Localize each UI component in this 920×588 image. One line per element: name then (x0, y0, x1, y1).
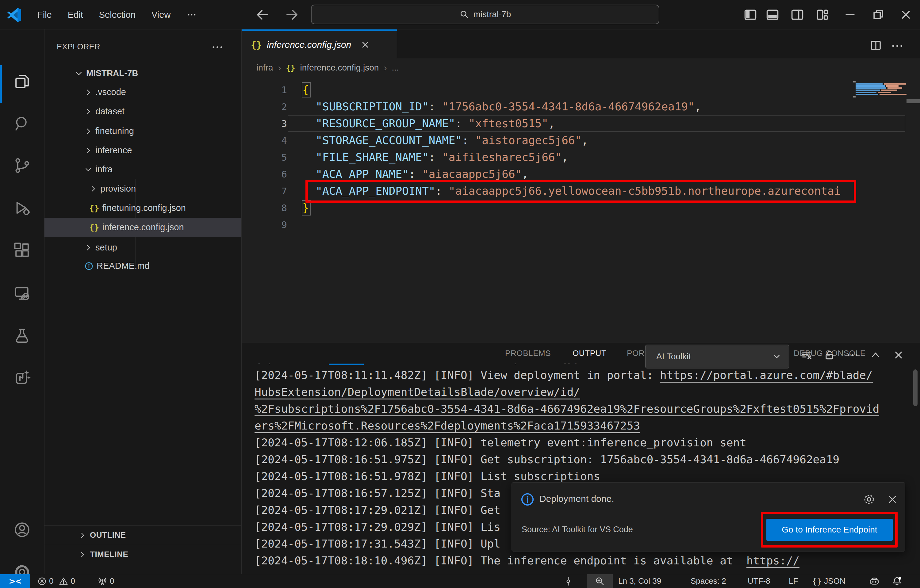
testing-icon[interactable] (13, 327, 31, 344)
remote-explorer-icon[interactable] (13, 285, 31, 302)
panel-more-actions-button[interactable] (845, 346, 860, 364)
log-line: [2024-05-17T08:17:31.543Z] [INFO] Upl (254, 535, 500, 552)
customize-layout-button[interactable] (811, 0, 834, 29)
indentation-status[interactable]: Spaces: 2 (691, 574, 726, 588)
tree-item-setup[interactable]: setup (44, 238, 241, 257)
encoding-status[interactable]: UTF-8 (748, 574, 770, 588)
commit-status-icon[interactable] (563, 574, 573, 588)
code-line-current[interactable]: 3 "RESOURCE_GROUP_NAME": "xftest0515", (242, 115, 555, 132)
tree-item-dataset[interactable]: dataset (44, 102, 241, 121)
code-line[interactable]: 1{ (242, 81, 309, 98)
close-window-button[interactable] (895, 0, 917, 29)
chevron-right-icon (89, 185, 97, 193)
clear-output-button[interactable] (799, 346, 814, 364)
close-tab-icon[interactable] (360, 40, 370, 50)
tab-inference-config[interactable]: {} inference.config.json (242, 29, 397, 59)
more-menus-button[interactable] (178, 10, 205, 20)
menu-edit[interactable]: Edit (60, 10, 91, 20)
tree-item-vscode[interactable]: .vscode (44, 82, 241, 102)
code-line[interactable]: 8} (242, 199, 309, 216)
log-link[interactable]: https:// (747, 554, 800, 568)
log-link[interactable]: ers%2FMicrosoft.Resources%2Fdeployments%… (254, 419, 640, 433)
tree-root-mistral-7b[interactable]: MISTRAL-7B (44, 63, 241, 83)
menu-view[interactable]: View (144, 10, 178, 20)
notifications-bell-icon[interactable] (891, 574, 903, 588)
notification-settings-gear-icon[interactable] (863, 493, 876, 506)
remote-indicator[interactable]: >< (0, 574, 30, 588)
code-line[interactable]: 9 (242, 216, 287, 233)
editor-more-actions-button[interactable] (891, 42, 904, 50)
language-mode[interactable]: {}JSON (812, 574, 845, 588)
breadcrumb: infra › {} inference.config.json › ... (242, 59, 920, 77)
output-channel-select[interactable]: AI Toolkit (645, 344, 789, 368)
restore-button[interactable] (867, 0, 889, 29)
search-view-icon[interactable] (13, 115, 31, 132)
layout-sidebar-toggle[interactable] (739, 0, 761, 29)
timeline-section-header[interactable]: TIMELINE (44, 545, 241, 564)
log-link[interactable]: %2Fsubscriptions%2F1756abc0-3554-4341-8d… (254, 402, 879, 416)
problems-status[interactable]: 0 0 (37, 574, 75, 588)
notification-close-icon[interactable] (887, 494, 898, 505)
chevron-right-icon (84, 108, 92, 116)
explorer-icon[interactable] (13, 73, 31, 90)
active-view-indicator (0, 65, 2, 103)
title-bar: File Edit Selection View mistral-7b (0, 0, 920, 29)
back-button[interactable] (255, 0, 270, 29)
ai-toolkit-icon[interactable] (13, 369, 31, 386)
tree-item-readme[interactable]: README.md (44, 256, 241, 276)
breadcrumb-symbol[interactable]: ... (392, 63, 398, 73)
log-line: ers%2FMicrosoft.Resources%2Fdeployments%… (254, 417, 640, 434)
menu-file[interactable]: File (29, 10, 60, 20)
tab-problems[interactable]: PROBLEMS (505, 343, 551, 363)
source-control-icon[interactable] (13, 157, 31, 174)
breadcrumb-infra[interactable]: infra (256, 63, 273, 73)
code-line[interactable]: 4 "STORAGE_ACCOUNT_NAME": "aistoragec5j6… (242, 132, 588, 149)
tree-item-provision[interactable]: provision (44, 179, 241, 198)
breadcrumb-file[interactable]: inference.config.json (300, 63, 379, 73)
explorer-more-actions-button[interactable] (212, 43, 223, 52)
activity-bar (0, 29, 44, 574)
maximize-panel-button[interactable] (868, 346, 883, 364)
copilot-status-icon[interactable] (868, 574, 880, 588)
status-bar: >< 0 0 0 Ln 3, Col 39 Spaces: 2 UTF-8 LF… (0, 574, 920, 588)
chevron-down-icon (84, 166, 92, 173)
eol-status[interactable]: LF (789, 574, 798, 588)
panel-scrollbar-thumb[interactable] (913, 370, 918, 406)
menu-selection[interactable]: Selection (91, 10, 144, 20)
tree-item-finetuning-config[interactable]: {} finetuning.config.json (44, 198, 241, 218)
editor-scrollbar-thumb[interactable] (907, 99, 920, 103)
close-panel-button[interactable] (891, 346, 906, 364)
chevron-right-icon (84, 147, 92, 155)
split-editor-button[interactable] (870, 39, 882, 52)
cursor-position[interactable]: Ln 3, Col 39 (618, 574, 661, 588)
tab-output[interactable]: OUTPUT (573, 343, 606, 363)
log-line: %2Fsubscriptions%2F1756abc0-3554-4341-8d… (254, 401, 879, 417)
ports-status[interactable]: 0 (97, 574, 114, 588)
log-line: [2024-05-17T08:11:11.482Z] [INFO] View d… (254, 367, 873, 383)
outline-section-header[interactable]: OUTLINE (44, 525, 241, 544)
extensions-icon[interactable] (13, 242, 31, 259)
log-line: [2024-05-17T08:12:06.185Z] [INFO] teleme… (254, 434, 747, 451)
radio-tower-icon (97, 576, 107, 586)
info-file-icon (84, 262, 94, 271)
tree-item-finetuning[interactable]: finetuning (44, 121, 241, 141)
chevron-right-icon (79, 551, 86, 558)
lock-scroll-button[interactable] (822, 346, 837, 364)
run-debug-icon[interactable] (13, 200, 31, 217)
tree-item-inference[interactable]: inference (44, 141, 241, 160)
log-link[interactable]: HubsExtension/DeploymentDetailsBlade/ove… (254, 386, 580, 399)
code-line[interactable]: 2 "SUBSCRIPTION_ID": "1756abc0-3554-4341… (242, 98, 701, 115)
layout-panel-toggle[interactable] (761, 0, 784, 29)
log-link[interactable]: https://portal.azure.com/#blade/ (660, 369, 873, 383)
layout-secondary-sidebar-toggle[interactable] (786, 0, 808, 29)
forward-button[interactable] (285, 0, 299, 29)
accounts-icon[interactable] (13, 521, 31, 538)
tree-item-infra[interactable]: infra (44, 160, 241, 179)
zoom-status-button[interactable] (587, 574, 613, 588)
minimize-button[interactable] (839, 0, 861, 29)
log-line: HubsExtension/DeploymentDetailsBlade/ove… (254, 383, 580, 401)
tree-item-inference-config[interactable]: {} inference.config.json (44, 218, 241, 237)
code-line[interactable]: 5 "FILE_SHARE_NAME": "aifilesharec5j66", (242, 149, 568, 166)
error-icon (37, 577, 47, 586)
command-center-search[interactable]: mistral-7b (311, 5, 659, 24)
